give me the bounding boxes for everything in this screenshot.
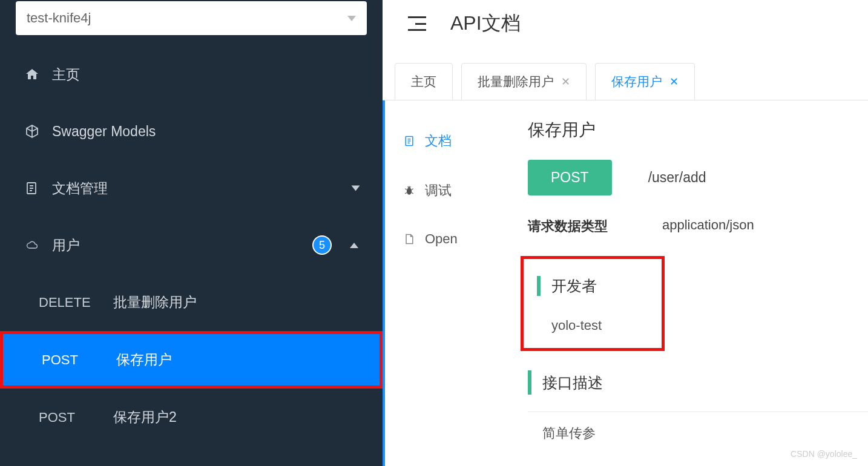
http-method-badge: POST — [528, 160, 612, 195]
api-name: 保存用户 — [528, 119, 868, 142]
tab-label: 主页 — [411, 73, 436, 90]
home-icon — [24, 67, 40, 82]
content-row: 文档 调试 Open 保存用户 POST /user/add — [383, 100, 868, 466]
tab-save-user[interactable]: 保存用户 ✕ — [595, 63, 695, 100]
document-icon — [403, 134, 415, 148]
main-header: API文档 — [383, 0, 868, 47]
api-group-select[interactable]: test-knife4j — [16, 1, 367, 35]
doc-tab-debug[interactable]: 调试 — [385, 166, 498, 215]
sidebar-item-label: 文档管理 — [52, 179, 341, 198]
file-manage-icon — [24, 180, 40, 196]
sidebar-item-home[interactable]: 主页 — [0, 46, 383, 103]
doc-tab-label: Open — [425, 231, 458, 247]
description-value: 简单传参 — [528, 412, 868, 442]
tabs-row: 主页 批量删除用户 ✕ 保存用户 ✕ — [383, 63, 868, 100]
main-panel: API文档 主页 批量删除用户 ✕ 保存用户 ✕ 文档 — [383, 0, 868, 466]
watermark: CSDN @yololee_ — [791, 449, 857, 459]
endpoint-list: DELETE 批量删除用户 POST 保存用户 POST 保存用户2 — [0, 274, 383, 446]
close-icon[interactable]: ✕ — [669, 75, 679, 88]
endpoint-label: 批量删除用户 — [113, 293, 197, 312]
sidebar-item-label: Swagger Models — [52, 123, 358, 140]
endpoint-item-active[interactable]: POST 保存用户 — [0, 331, 383, 389]
endpoint-item[interactable]: DELETE 批量删除用户 — [0, 274, 383, 331]
endpoint-count-badge: 5 — [312, 235, 332, 255]
sidebar-item-label: 用户 — [52, 236, 300, 255]
api-cloud-icon — [24, 237, 40, 253]
svg-point-2 — [407, 188, 412, 195]
sidebar: test-knife4j 主页 Swagger Models 文档管理 用户 5 — [0, 0, 383, 466]
http-method: POST — [39, 410, 96, 425]
chevron-down-icon — [352, 186, 360, 191]
tab-home[interactable]: 主页 — [395, 63, 453, 100]
doc-tab-documentation[interactable]: 文档 — [385, 116, 498, 166]
api-group-select-value: test-knife4j — [27, 10, 91, 26]
doc-tab-open[interactable]: Open — [385, 215, 498, 263]
endpoint-item[interactable]: POST 保存用户2 — [0, 389, 383, 446]
tab-label: 批量删除用户 — [478, 73, 554, 90]
developer-section-heading: 开发者 — [537, 276, 648, 296]
file-icon — [403, 232, 415, 246]
http-method: DELETE — [39, 295, 96, 310]
sidebar-item-user-group[interactable]: 用户 5 — [0, 217, 383, 274]
close-icon[interactable]: ✕ — [561, 75, 570, 88]
doc-tab-label: 调试 — [425, 182, 452, 200]
api-path: /user/add — [648, 169, 706, 186]
doc-tab-label: 文档 — [425, 132, 452, 150]
sidebar-collapse-icon[interactable] — [408, 16, 426, 31]
cube-icon — [24, 123, 40, 139]
endpoint-label: 保存用户 — [116, 350, 172, 369]
method-path-row: POST /user/add — [528, 160, 868, 195]
page-title: API文档 — [450, 10, 521, 37]
tab-label: 保存用户 — [611, 73, 662, 90]
bug-icon — [403, 184, 415, 197]
chevron-down-icon — [347, 16, 356, 21]
sidebar-item-swagger-models[interactable]: Swagger Models — [0, 103, 383, 160]
chevron-up-icon — [350, 243, 358, 248]
description-section-heading: 接口描述 — [528, 370, 868, 395]
developer-box: 开发者 yolo-test — [521, 256, 665, 351]
api-detail: 保存用户 POST /user/add 请求数据类型 application/j… — [498, 100, 868, 466]
endpoint-label: 保存用户2 — [113, 408, 177, 427]
sidebar-item-label: 主页 — [52, 65, 358, 84]
description-section: 接口描述 简单传参 — [528, 370, 868, 442]
request-type-value: application/json — [662, 217, 754, 235]
sidebar-item-doc-manage[interactable]: 文档管理 — [0, 160, 383, 217]
request-type-label: 请求数据类型 — [528, 217, 608, 235]
developer-value: yolo-test — [537, 318, 648, 333]
request-type-row: 请求数据类型 application/json — [528, 217, 868, 235]
doc-side-tabs: 文档 调试 Open — [383, 100, 498, 466]
tab-batch-delete[interactable]: 批量删除用户 ✕ — [461, 63, 587, 100]
http-method: POST — [42, 352, 99, 368]
